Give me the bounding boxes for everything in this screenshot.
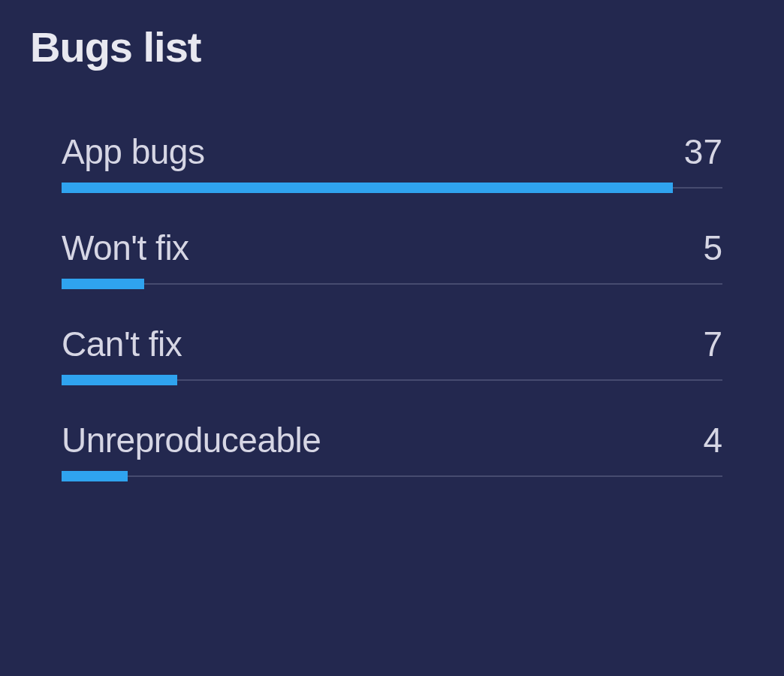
item-label: App bugs [62,131,204,172]
list-item-row: Won't fix 5 [62,228,722,268]
item-value: 5 [703,228,722,268]
progress-fill [62,375,177,385]
item-label: Unreproduceable [62,420,321,460]
list-item-row: Can't fix 7 [62,324,722,364]
list-item-row: Unreproduceable 4 [62,420,722,460]
item-value: 7 [703,324,722,364]
progress-fill [62,279,144,289]
list-item-row: App bugs 37 [62,131,722,172]
list-item: Won't fix 5 [62,228,722,289]
list-item: Can't fix 7 [62,324,722,385]
progress-track [62,183,722,193]
progress-track [62,375,722,385]
progress-track [62,471,722,481]
item-value: 37 [684,131,722,172]
progress-track [62,279,722,289]
progress-fill [62,183,673,193]
page-title: Bugs list [30,23,754,71]
bugs-list: App bugs 37 Won't fix 5 Can't fix 7 Unre… [30,131,754,481]
item-label: Won't fix [62,228,189,268]
item-label: Can't fix [62,324,182,364]
progress-fill [62,471,128,481]
list-item: App bugs 37 [62,131,722,193]
item-value: 4 [703,420,722,460]
list-item: Unreproduceable 4 [62,420,722,481]
